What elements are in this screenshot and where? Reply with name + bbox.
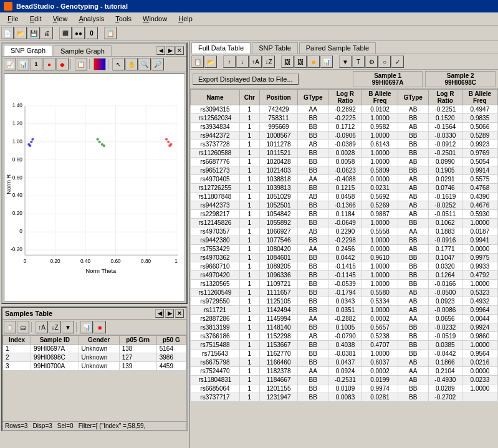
rt-btn11[interactable]: T bbox=[352, 55, 365, 68]
table-row[interactable]: rs6685064 1 1201155 BB 0.0109 0.9974 BB … bbox=[191, 384, 498, 393]
search-icon[interactable]: 🔎 bbox=[151, 58, 164, 70]
zoom-icon[interactable]: 🔍 bbox=[138, 58, 151, 70]
icon-btn3[interactable]: 0 bbox=[85, 27, 98, 39]
table-row[interactable]: rs4970357 1 1066927 AB 0.2290 0.5558 AA … bbox=[191, 227, 498, 236]
samples-tool-3[interactable]: 📊 bbox=[80, 321, 93, 333]
table-row[interactable]: rs4970362 1 1084601 BB 0.0442 0.9610 BB … bbox=[191, 254, 498, 262]
samples-sort-desc[interactable]: ↓Z bbox=[49, 321, 61, 333]
cell-logr2: 0.1520 bbox=[428, 114, 462, 123]
icon-btn4[interactable]: 📋 bbox=[104, 27, 117, 39]
copy-icon[interactable]: 📋 bbox=[75, 58, 87, 70]
table-row[interactable]: rs11260549 1 1111657 BB -0.1794 0.5580 A… bbox=[191, 288, 498, 297]
tab-prev-btn[interactable]: ◀ bbox=[156, 46, 165, 55]
menu-window[interactable]: Window bbox=[138, 14, 172, 24]
table-row[interactable]: rs3094315 1 742429 AA -0.2892 0.0102 AB … bbox=[191, 105, 498, 114]
table-row[interactable]: rs9729550 1 1125105 BB 0.0343 0.5334 AB … bbox=[191, 297, 498, 306]
table-row[interactable]: rs1320565 1 1109721 BB -0.0539 1.0000 BB… bbox=[191, 280, 498, 288]
rt-btn8[interactable]: 🖼 bbox=[294, 55, 307, 68]
table-row[interactable]: rs2887286 1 1145994 AA -0.2882 0.0002 AA… bbox=[191, 315, 498, 323]
table-row[interactable]: rs12562034 1 758311 BB -0.2225 1.0000 BB… bbox=[191, 114, 498, 123]
icon-btn1[interactable]: ⬛ bbox=[59, 27, 72, 39]
panel-next-btn[interactable]: ▶ bbox=[165, 309, 174, 318]
table-row[interactable]: rs3813199 1 1148140 BB 0.1005 0.5657 BB … bbox=[191, 323, 498, 332]
table-row[interactable]: rs12145826 1 1055892 BB -0.0649 1.0000 B… bbox=[191, 219, 498, 227]
icon-btn2[interactable]: ●● bbox=[72, 27, 85, 39]
samples-tool-4[interactable]: ■ bbox=[93, 321, 106, 333]
samples-table-container[interactable]: Index Sample ID Gender p05 Grn p50 G 1 9… bbox=[2, 335, 186, 421]
table-row[interactable]: rs11721 1 1142494 BB 0.0351 1.0000 AB -0… bbox=[191, 306, 498, 315]
rt-filter-btn[interactable]: ▼ bbox=[339, 55, 352, 68]
samples-table-row[interactable]: 1 99HI0697A Unknown 138 5164 bbox=[3, 345, 186, 353]
table-row[interactable]: rs9442372 1 1008567 BB -0.0906 1.0000 BB… bbox=[191, 131, 498, 140]
rt-btn12[interactable]: ⚙ bbox=[365, 55, 378, 68]
rt-btn10[interactable]: 📊 bbox=[320, 55, 333, 68]
samples-filter[interactable]: ▼ bbox=[62, 321, 74, 333]
tab-next-btn[interactable]: ▶ bbox=[166, 46, 175, 55]
hand-icon[interactable]: ✋ bbox=[125, 58, 138, 70]
menu-file[interactable]: File bbox=[2, 14, 24, 24]
diamond-red-icon[interactable]: ◆ bbox=[56, 58, 69, 70]
line-chart-icon[interactable]: 📈 bbox=[4, 58, 16, 70]
tab-sample-graph[interactable]: Sample Graph bbox=[54, 45, 112, 56]
rt-btn7[interactable]: 🖼 bbox=[281, 55, 294, 68]
samples-sort-asc[interactable]: ↑A bbox=[36, 321, 48, 333]
table-row[interactable]: rs3934834 1 995669 BB 0.1712 0.9582 AB -… bbox=[191, 123, 498, 131]
panel-close-btn[interactable]: ✕ bbox=[175, 309, 184, 318]
tab-paired-sample[interactable]: Paired Sample Table bbox=[299, 42, 376, 54]
table-row[interactable]: rs9442380 1 1077546 BB -0.2298 1.0000 BB… bbox=[191, 236, 498, 245]
rt-btn14[interactable]: ✓ bbox=[391, 55, 404, 68]
table-row[interactable]: rs7553429 1 1080420 AA 0.2456 0.0000 AB … bbox=[191, 245, 498, 254]
save-button[interactable]: 💾 bbox=[27, 27, 40, 39]
color-box-icon[interactable] bbox=[93, 58, 106, 70]
menu-edit[interactable]: Edit bbox=[25, 14, 47, 24]
rt-btn2[interactable]: 📂 bbox=[204, 55, 217, 68]
dot-red-icon[interactable]: ● bbox=[43, 58, 55, 70]
tab-snp-graph[interactable]: SNP Graph bbox=[4, 45, 52, 56]
menu-analysis[interactable]: Analysis bbox=[74, 14, 109, 24]
samples-tool-1[interactable]: 📋 bbox=[4, 321, 16, 333]
rt-btn13[interactable]: ○ bbox=[378, 55, 391, 68]
arrow-icon[interactable]: ↖ bbox=[112, 58, 125, 70]
tab-close-btn[interactable]: ✕ bbox=[175, 46, 184, 55]
table-row[interactable]: rs11804831 1 1184667 BB -0.2531 0.0199 A… bbox=[191, 376, 498, 384]
rt-btn1[interactable]: 📋 bbox=[191, 55, 204, 68]
open-button[interactable]: 📂 bbox=[14, 27, 27, 39]
rt-btn9[interactable]: ■ bbox=[307, 55, 320, 68]
bar-chart-icon[interactable]: 📊 bbox=[17, 58, 29, 70]
menu-help[interactable]: Help bbox=[173, 14, 198, 24]
table-row[interactable]: rs9660710 1 1089205 BB -0.1415 1.0000 BB… bbox=[191, 262, 498, 271]
rt-btn5[interactable]: ↑A bbox=[249, 55, 262, 68]
samples-table-row[interactable]: 3 99HI0700A Unknown 139 4459 bbox=[3, 362, 186, 371]
table-row[interactable]: rs4970405 1 1038818 AA -0.4088 0.0000 AB… bbox=[191, 175, 498, 184]
table-row[interactable]: rs6675798 1 1166460 BB 0.0437 0.6037 AB … bbox=[191, 358, 498, 367]
table-row[interactable]: rs12726255 1 1039813 BB 0.1215 0.0231 AB… bbox=[191, 184, 498, 193]
table-row[interactable]: rs2298217 1 1054842 BB 0.1184 0.9887 AB … bbox=[191, 210, 498, 219]
table-row[interactable]: rs11807848 1 1051029 AB 0.0458 0.5692 AB… bbox=[191, 193, 498, 201]
new-button[interactable]: 📄 bbox=[1, 27, 14, 39]
samples-tool-2[interactable]: 🗂 bbox=[17, 321, 29, 333]
samples-table-row[interactable]: 2 99HI0698C Unknown 127 3986 bbox=[3, 353, 186, 362]
table-row[interactable]: rs9651273 1 1021403 BB -0.0623 0.5809 BB… bbox=[191, 166, 498, 175]
menu-view[interactable]: View bbox=[48, 14, 73, 24]
table-row[interactable]: rs3737717 1 1231947 BB 0.0083 0.0281 BB … bbox=[191, 393, 498, 402]
table-row[interactable]: rs4970420 1 1096336 BB -0.1145 1.0000 BB… bbox=[191, 271, 498, 280]
table-row[interactable]: rs715643 1 1162770 BB -0.0381 1.0000 BB … bbox=[191, 350, 498, 358]
table-row[interactable]: rs7524470 1 1182378 AA 0.0924 0.0002 AA … bbox=[191, 367, 498, 376]
rt-btn3[interactable]: ↑ bbox=[223, 55, 236, 68]
num-1-btn[interactable]: 1 bbox=[30, 58, 42, 70]
rt-btn4[interactable]: ↓ bbox=[236, 55, 249, 68]
menu-tools[interactable]: Tools bbox=[110, 14, 136, 24]
table-row[interactable]: rs11260588 1 1011521 BB 0.0028 1.0000 BB… bbox=[191, 149, 498, 158]
export-button[interactable]: Export Displayed Data to File... bbox=[193, 74, 299, 85]
panel-prev-btn[interactable]: ◀ bbox=[155, 309, 164, 318]
table-row[interactable]: rs3766186 1 1152298 AB -0.0790 0.5238 BB… bbox=[191, 332, 498, 341]
tab-snp-table[interactable]: SNP Table bbox=[252, 42, 298, 54]
full-data-scroll[interactable]: Name Chr Position GType Log RRatio B All… bbox=[190, 89, 498, 448]
tab-full-data[interactable]: Full Data Table bbox=[191, 42, 251, 54]
rt-btn6[interactable]: ↓Z bbox=[262, 55, 275, 68]
table-row[interactable]: rs6687776 1 1020428 BB 0.0058 1.0000 AB … bbox=[191, 158, 498, 166]
table-row[interactable]: rs9442373 1 1052501 BB -0.1366 0.5269 AB… bbox=[191, 201, 498, 210]
print-button[interactable]: 🖨 bbox=[41, 27, 53, 39]
table-row[interactable]: rs3737728 1 1011278 AB -0.0389 0.6143 BB… bbox=[191, 140, 498, 149]
table-row[interactable]: rs7515488 1 1153667 BB 0.4038 0.4707 BB … bbox=[191, 341, 498, 350]
